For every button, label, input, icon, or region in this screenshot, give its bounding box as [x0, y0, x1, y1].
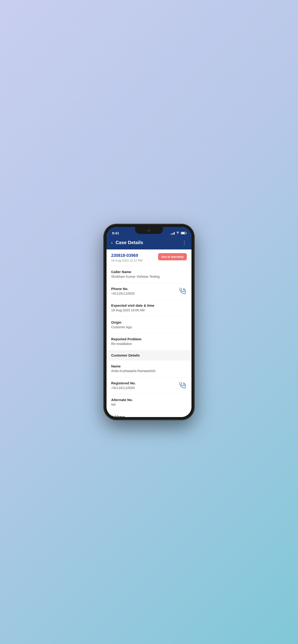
content-area: 230818-03969 18-Aug-2023 12:12 PM Out of…	[107, 250, 191, 417]
wifi-icon	[176, 231, 180, 235]
alternate-no-value: NA	[111, 402, 187, 407]
registered-no-value: +911161110020	[111, 386, 178, 390]
origin-label: Origin	[111, 320, 187, 324]
battery-icon	[181, 232, 186, 234]
more-menu-button[interactable]: ⋮	[182, 240, 187, 245]
visit-date-label: Expected visit date & time	[111, 304, 187, 308]
customer-name-value: Anita Kushwaaha Ramaashish	[111, 369, 187, 374]
status-bar: 9:41	[107, 227, 191, 237]
address-row: Address C-58/24, Bha Millenium Rd, C Blo…	[111, 411, 187, 417]
phone-screen: 9:41	[107, 227, 191, 417]
signal-icon	[171, 232, 175, 234]
phone-no-value: +911161110020	[111, 292, 178, 296]
caller-name-label: Caller Name	[111, 270, 187, 274]
alternate-no-label: Alternate No.	[111, 398, 187, 402]
status-time: 9:41	[112, 230, 119, 235]
phone-frame: 9:41	[104, 224, 194, 420]
case-date: 18-Aug-2023 12:12 PM	[111, 259, 142, 262]
call-button-1[interactable]	[178, 287, 187, 295]
visit-date-value: 19-Aug-2023 10:00 AM	[111, 308, 187, 313]
case-header-section: 230818-03969 18-Aug-2023 12:12 PM Out of…	[107, 250, 191, 266]
registered-no-row: Registered No. +911161110020	[111, 378, 187, 394]
caller-name-value: Shubham Kumar Vishwas Testing	[111, 274, 187, 279]
notch	[135, 227, 163, 234]
origin-row: Origin Customer App	[111, 317, 187, 334]
warranty-status-badge: Out of warranty	[158, 253, 187, 260]
visit-date-row: Expected visit date & time 19-Aug-2023 1…	[111, 300, 187, 317]
app-header: ‹ Case Details ⋮	[107, 237, 191, 250]
status-icons	[171, 230, 186, 235]
customer-details-section-header: Customer Details	[107, 350, 191, 360]
page-title: Case Details	[116, 240, 143, 245]
phone-no-label: Phone No.	[111, 287, 178, 291]
origin-value: Customer App	[111, 325, 187, 330]
case-id: 230818-03969	[111, 253, 142, 258]
reported-problem-row: Reported Problem Re-Installation	[111, 333, 187, 350]
registered-no-label: Registered No.	[111, 381, 178, 385]
phone-no-row: Phone No. +911161110020	[111, 283, 187, 300]
caller-name-row: Caller Name Shubham Kumar Vishwas Testin…	[111, 266, 187, 283]
alternate-no-row: Alternate No. NA	[111, 394, 187, 411]
case-fields-section: Caller Name Shubham Kumar Vishwas Testin…	[107, 266, 191, 350]
reported-problem-label: Reported Problem	[111, 337, 187, 341]
customer-name-row: Name Anita Kushwaaha Ramaashish	[111, 360, 187, 378]
call-button-2[interactable]	[178, 381, 187, 390]
customer-name-label: Name	[111, 364, 187, 368]
customer-fields-section: Name Anita Kushwaaha Ramaashish Register…	[107, 360, 191, 417]
camera	[148, 229, 150, 232]
address-label: Address	[111, 415, 187, 417]
reported-problem-value: Re-Installation	[111, 342, 187, 346]
back-button[interactable]: ‹	[111, 240, 113, 245]
